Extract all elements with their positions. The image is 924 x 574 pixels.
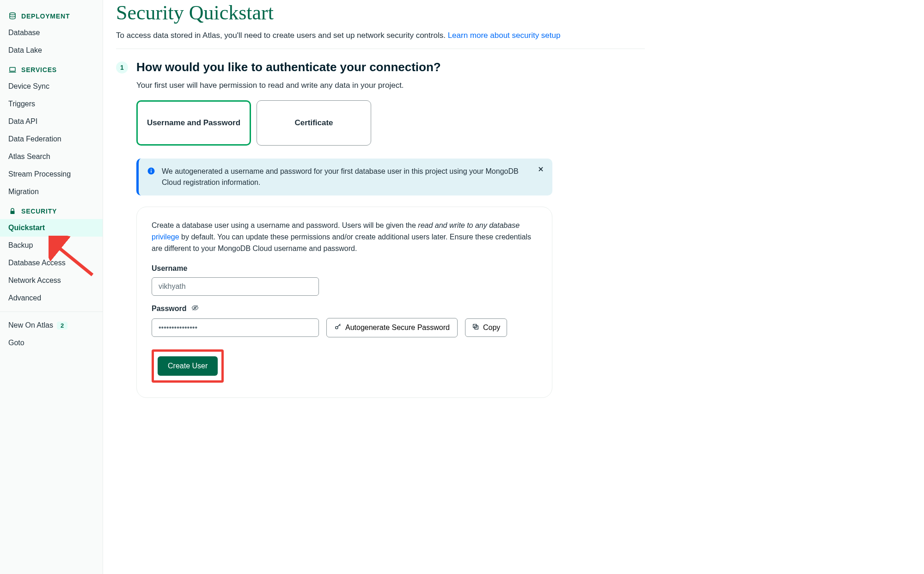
sidebar-item-goto[interactable]: Goto	[0, 334, 103, 352]
page-title: Security Quickstart	[116, 1, 645, 24]
section-header-security: SECURITY	[0, 201, 103, 219]
info-banner: We autogenerated a username and password…	[136, 159, 552, 195]
auth-option-username-password[interactable]: Username and Password	[136, 100, 251, 146]
sidebar-item-stream-processing[interactable]: Stream Processing	[0, 165, 103, 183]
step-number: 1	[116, 61, 128, 73]
main-content: Security Quickstart To access data store…	[103, 0, 658, 574]
svg-rect-6	[151, 171, 152, 173]
visibility-off-icon[interactable]	[191, 304, 199, 313]
password-label: Password	[152, 304, 537, 313]
svg-point-12	[336, 327, 338, 329]
sidebar-item-data-federation[interactable]: Data Federation	[0, 130, 103, 148]
section-label: SECURITY	[21, 208, 57, 215]
learn-more-link[interactable]: Learn more about security setup	[448, 31, 561, 40]
sidebar-item-database-access[interactable]: Database Access	[0, 254, 103, 272]
sidebar-item-device-sync[interactable]: Device Sync	[0, 78, 103, 95]
sidebar-item-migration[interactable]: Migration	[0, 183, 103, 201]
section-header-services: SERVICES	[0, 59, 103, 78]
privilege-link[interactable]: privilege	[152, 233, 179, 241]
sidebar-divider	[0, 311, 103, 312]
svg-rect-2	[11, 211, 15, 214]
auth-option-certificate[interactable]: Certificate	[257, 100, 371, 146]
laptop-icon	[8, 66, 17, 74]
copy-button[interactable]: Copy	[465, 318, 507, 337]
key-icon	[334, 323, 342, 332]
password-input[interactable]	[152, 318, 319, 337]
section-header-deployment: DEPLOYMENT	[0, 6, 103, 24]
sidebar-item-triggers[interactable]: Triggers	[0, 95, 103, 113]
section-label: SERVICES	[21, 66, 57, 73]
section-label: DEPLOYMENT	[21, 12, 70, 20]
username-label: Username	[152, 264, 537, 273]
create-user-card: Create a database user using a username …	[136, 207, 552, 398]
info-banner-text: We autogenerated a username and password…	[162, 166, 528, 188]
sidebar-item-network-access[interactable]: Network Access	[0, 272, 103, 289]
new-on-atlas-badge: 2	[57, 322, 67, 330]
create-user-button[interactable]: Create User	[158, 356, 218, 376]
sidebar-item-backup[interactable]: Backup	[0, 237, 103, 254]
lock-icon	[8, 207, 17, 215]
step-header: 1 How would you like to authenticate you…	[116, 60, 645, 74]
annotation-highlight: Create User	[152, 349, 224, 383]
username-input[interactable]	[152, 277, 319, 296]
sidebar-item-database[interactable]: Database	[0, 24, 103, 42]
sidebar-item-atlas-search[interactable]: Atlas Search	[0, 148, 103, 165]
sidebar-item-data-lake[interactable]: Data Lake	[0, 42, 103, 59]
svg-point-7	[151, 169, 152, 170]
svg-point-0	[10, 13, 15, 15]
database-icon	[8, 12, 17, 20]
form-description: Create a database user using a username …	[152, 220, 537, 254]
sidebar-item-data-api[interactable]: Data API	[0, 113, 103, 130]
close-icon[interactable]	[538, 166, 544, 174]
sidebar-item-advanced[interactable]: Advanced	[0, 289, 103, 307]
step-description: Your first user will have permission to …	[136, 81, 645, 90]
copy-icon	[472, 323, 479, 332]
step-title: How would you like to authenticate your …	[136, 60, 441, 74]
autogenerate-password-button[interactable]: Autogenerate Secure Password	[326, 318, 458, 337]
sidebar-item-quickstart[interactable]: Quickstart	[0, 219, 103, 237]
page-subtitle: To access data stored in Atlas, you'll n…	[116, 31, 645, 49]
svg-rect-1	[10, 67, 15, 71]
sidebar: DEPLOYMENT Database Data Lake SERVICES D…	[0, 0, 103, 574]
sidebar-item-new-on-atlas[interactable]: New On Atlas 2	[0, 317, 103, 334]
info-icon	[147, 167, 155, 188]
